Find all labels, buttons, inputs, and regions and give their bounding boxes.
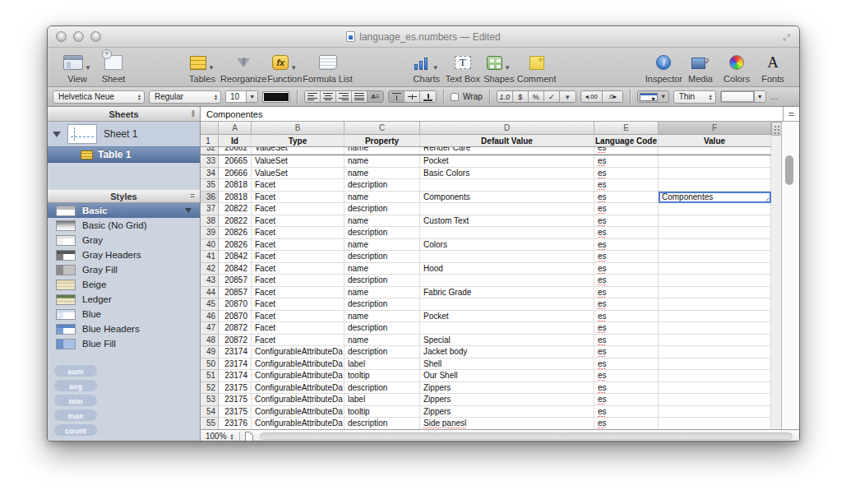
cell-id[interactable]: 23175 [219, 394, 252, 406]
cell-value[interactable] [659, 358, 771, 371]
row-number[interactable]: 47 [201, 322, 219, 335]
align-middle-button[interactable] [405, 91, 420, 102]
cell-id[interactable]: 20842 [219, 251, 252, 263]
cell-property[interactable]: name [344, 192, 420, 204]
cell-property[interactable]: description [344, 227, 420, 239]
cell-id[interactable]: 23175 [219, 406, 252, 418]
cell-default-value[interactable]: Custom Text [420, 215, 594, 228]
horizontal-scrollbar[interactable] [260, 432, 793, 440]
cell-value[interactable] [659, 322, 771, 335]
style-item-basic[interactable]: Basic [48, 203, 200, 218]
currency-format-button[interactable]: $ [513, 91, 529, 102]
cell-id[interactable]: 20857 [219, 275, 252, 287]
cell-property[interactable]: tooltip [344, 370, 420, 382]
cell-default-value[interactable]: Fabric Grade [420, 287, 594, 299]
cell-default-value[interactable]: Special [420, 335, 594, 347]
formula-bar[interactable]: Componentes = [201, 107, 799, 122]
align-top-button[interactable] [389, 91, 405, 102]
align-justify-button[interactable] [352, 91, 368, 102]
comment-button[interactable]: Comment [517, 48, 557, 84]
cell-type[interactable]: Facet [252, 263, 344, 275]
cell-language-code[interactable]: es [594, 215, 659, 228]
cell-default-value[interactable]: Shell [420, 358, 594, 371]
style-item-ledger[interactable]: Ledger [48, 292, 200, 307]
column-header-d[interactable]: D [420, 122, 594, 135]
cell-property[interactable]: label [344, 394, 420, 406]
tables-button[interactable]: ▼ Tables [184, 48, 220, 84]
fill-color-well[interactable]: ▼ [720, 90, 766, 103]
table-row[interactable]: 46 20870 Facet name Pocket es [201, 311, 771, 323]
cell-default-value[interactable]: Side panesl [420, 418, 594, 430]
cell-default-value[interactable]: Pocket [420, 155, 594, 168]
pane-splitter-icon[interactable]: ‖ [192, 109, 195, 118]
cell-default-value[interactable]: Zippers [420, 406, 594, 418]
cell-value[interactable] [659, 251, 771, 263]
cell-value[interactable] [659, 168, 771, 180]
cell-type[interactable]: ConfigurableAttributeDa [252, 370, 344, 382]
cell-language-code[interactable]: es [594, 263, 659, 275]
cell-language-code[interactable]: es [594, 275, 659, 287]
cell-property[interactable]: name [344, 155, 420, 168]
text-color-well[interactable] [262, 91, 290, 103]
table-row[interactable]: 41 20842 Facet description es [201, 251, 771, 263]
cell-id[interactable]: 23174 [219, 370, 252, 382]
cell-value[interactable] [659, 215, 771, 228]
cell-id[interactable]: 23174 [219, 358, 252, 371]
table-row[interactable]: 42 20842 Facet name Hood es [201, 263, 771, 275]
cell-id[interactable]: 20818 [219, 179, 252, 192]
font-style-select[interactable]: Regular ▲▼ [149, 90, 221, 104]
cell-default-value[interactable]: Jacket body [420, 346, 594, 358]
cell-property[interactable]: description [344, 346, 420, 358]
cell-property[interactable]: name [344, 311, 420, 323]
cell-type[interactable]: ConfigurableAttributeDa [252, 394, 344, 406]
cell-language-code[interactable]: es [594, 382, 659, 395]
cell-language-code[interactable]: es [594, 406, 659, 418]
cell-value[interactable] [659, 287, 771, 299]
cell-language-code[interactable]: es [594, 251, 659, 263]
cell-type[interactable]: Facet [252, 179, 344, 192]
disclosure-triangle-icon[interactable] [53, 132, 61, 137]
cell-value[interactable] [659, 311, 771, 323]
cell-default-value[interactable]: Zippers [420, 394, 594, 406]
header-cell-value[interactable]: Value [659, 135, 771, 146]
table-row[interactable]: 48 20872 Facet name Special es [201, 335, 771, 347]
column-header-e[interactable]: E [594, 122, 659, 135]
cell-default-value[interactable]: Colors [420, 239, 594, 252]
cell-type[interactable]: Facet [252, 203, 344, 215]
row-number[interactable]: 51 [201, 370, 219, 382]
table-row[interactable]: 49 23174 ConfigurableAttributeDa descrip… [201, 346, 771, 358]
row-number[interactable]: 46 [201, 311, 219, 323]
table-row[interactable]: 47 20872 Facet description es [201, 322, 771, 335]
align-right-button[interactable] [336, 91, 352, 102]
cell-type[interactable]: Facet [252, 311, 344, 323]
cell-language-code[interactable]: es [594, 370, 659, 382]
cell-language-code[interactable]: es [594, 287, 659, 299]
format-dropdown-button[interactable]: ▼ [560, 91, 576, 102]
row-number[interactable]: 40 [201, 239, 219, 252]
cell-default-value[interactable]: Basic Colors [420, 168, 594, 180]
cell-language-code[interactable]: es [594, 168, 659, 180]
column-header-b[interactable]: B [252, 122, 344, 135]
cell-property[interactable]: description [344, 418, 420, 430]
cell-value[interactable] [659, 346, 771, 358]
title-bar[interactable]: language_es.numbers — Edited ⤢ [48, 26, 799, 48]
cell-property[interactable]: tooltip [344, 406, 420, 418]
header-cell-default-value[interactable]: Default Value [420, 135, 594, 146]
cell-id[interactable]: 20857 [219, 287, 252, 299]
formula-list-button[interactable]: Formula List [303, 48, 353, 84]
view-button[interactable]: ▼ View [59, 48, 95, 84]
row-number[interactable]: 43 [201, 275, 219, 287]
cell-property[interactable]: name [344, 239, 420, 252]
row-number[interactable]: 42 [201, 263, 219, 275]
media-button[interactable]: Media [682, 48, 719, 84]
vertical-scroll-thumb[interactable] [785, 155, 793, 185]
function-button[interactable]: fx▼ Function [266, 48, 303, 84]
cell-value[interactable] [659, 275, 771, 287]
cell-id[interactable]: 20870 [219, 311, 252, 323]
row-number[interactable]: 53 [201, 394, 219, 406]
table-row[interactable]: 53 23175 ConfigurableAttributeDa label Z… [201, 394, 771, 406]
row-number[interactable]: 48 [201, 335, 219, 347]
font-size-combo[interactable]: 10 ▼ [225, 90, 258, 103]
cell-id[interactable]: 20872 [219, 322, 252, 335]
cell-type[interactable]: Facet [252, 322, 344, 335]
